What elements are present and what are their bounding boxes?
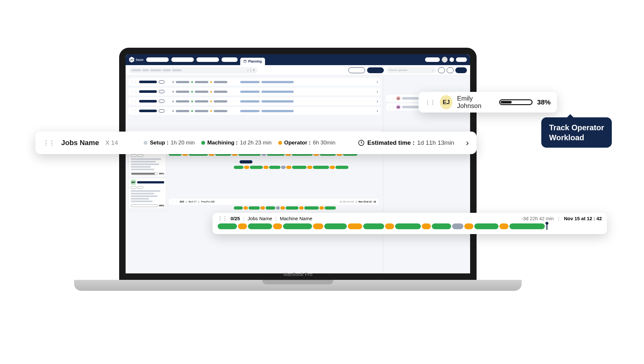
timeline-row-bg[interactable]: ⋮⋮ 0/25|BioX-77|PressPro-800 -3d 22h 43 … — [169, 199, 379, 205]
search-icon[interactable]: ⌕ — [432, 68, 434, 72]
workload-percent: 38% — [537, 98, 551, 106]
grip-icon[interactable]: ⋮⋮ — [131, 109, 137, 113]
job-row[interactable]: ⋮⋮ › — [128, 88, 381, 95]
job-multiplier: X 14 — [105, 139, 118, 146]
clear-icon[interactable]: ✕ — [252, 68, 255, 72]
toolbar-chip[interactable] — [438, 67, 445, 73]
calendar-icon — [243, 60, 247, 63]
job-title: Jobs Name — [61, 139, 99, 147]
operator-avatar: EJ — [440, 95, 452, 109]
grip-icon[interactable]: ⋮⋮ — [131, 90, 137, 93]
brand-logo[interactable]: JIT base — [129, 57, 144, 63]
job-name: Jobs Name — [248, 216, 272, 221]
toolbar-main: ⌕|✕ Search operator ⌕ — [126, 65, 470, 75]
toolbar-button-solid[interactable] — [455, 67, 467, 73]
app-header: JIT base Planning — [126, 54, 470, 65]
machine-name: Machine Name — [280, 216, 312, 221]
grip-icon[interactable]: ⋮⋮ — [131, 80, 137, 84]
clock-icon — [358, 139, 365, 146]
dot-icon — [278, 141, 282, 145]
stat-operator: Operator : 6h 30min — [278, 140, 336, 146]
laptop-screen: JIT base Planning — [119, 48, 477, 280]
operator-name: Emily Johnson — [457, 95, 495, 110]
chevron-right-icon[interactable]: › — [377, 80, 378, 84]
grip-icon[interactable]: ⋮⋮ — [218, 215, 227, 221]
grip-icon[interactable]: ⋮⋮ — [425, 99, 435, 105]
job-detail-card[interactable]: ⋮⋮ Jobs Name X 14 Setup : 1h 20 min Mach… — [35, 132, 477, 154]
job-list: ⋮⋮ › ⋮⋮ — [128, 78, 381, 115]
search-jobs[interactable]: ⌕|✕ — [129, 67, 258, 74]
nav-tab-planning[interactable]: Planning — [240, 58, 265, 65]
operator-avatar: MP — [131, 180, 136, 185]
gantt-tracks[interactable]: ⋮⋮ ⋮⋮ ⋮⋮ 0/25|BioX-77|PressPro-800 -3d 2… — [167, 145, 381, 212]
workload-progress — [499, 99, 533, 105]
nav-item[interactable] — [146, 57, 169, 62]
grip-icon[interactable]: ⋮⋮ — [131, 100, 137, 103]
header-dot[interactable] — [450, 57, 454, 62]
eta-delta: -3d 22h 42 min — [521, 216, 554, 221]
app-root: JIT base Planning — [126, 54, 470, 273]
stat-machining: Machining : 1d 2h 23 min — [201, 140, 272, 146]
svg-rect-0 — [244, 60, 246, 63]
logo-hexagon-icon: JIT — [129, 57, 135, 63]
dot-icon — [201, 141, 205, 145]
job-progress-count: 0/25 — [231, 216, 240, 221]
timeline-header: ⋮⋮ 0/25 | Jobs Name | Machine Name -3d 2… — [218, 215, 602, 221]
user-avatar[interactable] — [442, 57, 448, 63]
timeline-segments[interactable] — [218, 223, 602, 230]
gantt-sidebar: EJ 90% MP — [128, 145, 167, 212]
gantt-area: EJ 90% MP — [128, 145, 381, 212]
operator-workload-card[interactable]: ⋮⋮ EJ Emily Johnson 38% — [419, 92, 557, 113]
nav-tab-label: Planning — [248, 60, 262, 63]
header-right — [425, 57, 467, 63]
search-icon[interactable]: ⌕ — [247, 68, 249, 72]
eta-date: Nov 15 at 12 : 42 — [564, 216, 602, 221]
job-timeline-card[interactable]: ⋮⋮ 0/25 | Jobs Name | Machine Name -3d 2… — [213, 213, 607, 234]
laptop-model-label: MacBook Pro — [283, 271, 312, 277]
dot-icon — [144, 141, 147, 145]
operator-card[interactable]: MP 00% — [129, 178, 166, 208]
job-row[interactable]: ⋮⋮ › — [128, 107, 381, 115]
stat-estimated: Estimated time : 1d 11h 13min — [358, 139, 454, 146]
now-marker-icon — [546, 223, 547, 230]
header-pill[interactable] — [456, 57, 467, 62]
job-row[interactable]: ⋮⋮ › — [128, 97, 381, 105]
toolbar-button-solid[interactable] — [367, 67, 384, 73]
stat-setup: Setup : 1h 20 min — [144, 140, 194, 146]
job-row[interactable]: ⋮⋮ › — [128, 78, 381, 86]
tooltip-callout: Track Operator Workload — [541, 117, 612, 148]
chevron-right-icon[interactable]: › — [377, 89, 378, 94]
nav-item[interactable] — [196, 57, 219, 62]
brand-text: base — [136, 58, 144, 62]
chevron-right-icon[interactable]: › — [377, 109, 378, 113]
toolbar-button-outline[interactable] — [348, 67, 365, 73]
header-pill[interactable] — [425, 57, 440, 62]
laptop-frame: JIT base Planning — [119, 48, 477, 291]
laptop-base: MacBook Pro — [74, 280, 522, 291]
nav-item[interactable] — [171, 57, 194, 62]
left-pane: ⋮⋮ › ⋮⋮ — [126, 75, 383, 273]
grip-icon[interactable]: ⋮⋮ — [43, 139, 55, 146]
chevron-right-icon[interactable]: › — [466, 138, 469, 148]
search-operators[interactable]: Search operator ⌕ — [386, 67, 436, 74]
chevron-right-icon[interactable]: › — [377, 99, 378, 103]
nav-item[interactable] — [222, 57, 238, 62]
toolbar-chip[interactable] — [447, 67, 454, 73]
search-controls: ⌕|✕ — [247, 68, 255, 72]
